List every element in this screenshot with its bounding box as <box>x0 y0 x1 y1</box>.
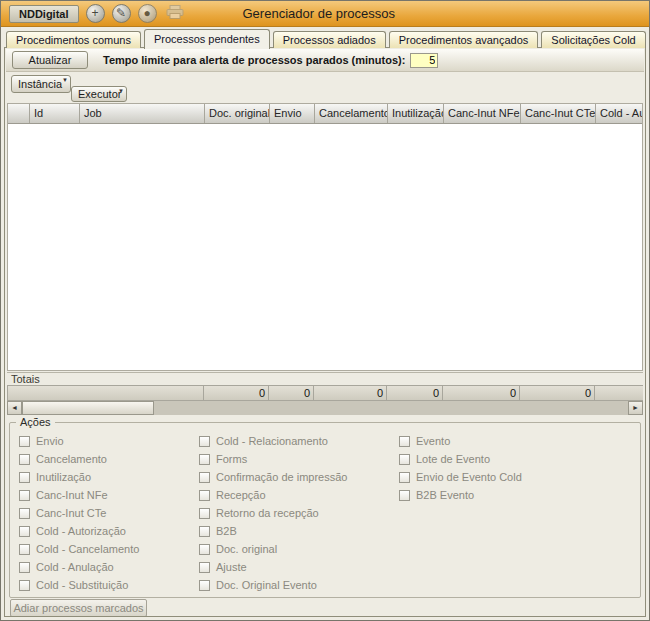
checkbox-box[interactable] <box>199 454 210 465</box>
column-header-cold-autorizacao[interactable]: Cold - Autori <box>596 104 643 123</box>
checkbox-box[interactable] <box>19 562 30 573</box>
checkbox-box[interactable] <box>199 562 210 573</box>
checkbox-doc-original-evento[interactable]: Doc. Original Evento <box>199 576 389 594</box>
checkbox-forms[interactable]: Forms <box>199 450 389 468</box>
scroll-left-button[interactable]: ◄ <box>7 401 22 415</box>
checkbox-box[interactable] <box>199 472 210 483</box>
checkbox-envio-evento-cold[interactable]: Envio de Evento Cold <box>399 468 589 486</box>
instancia-label: Instância <box>18 78 62 90</box>
column-header-cancelamento[interactable]: Cancelamento <box>315 104 388 123</box>
timeout-input[interactable] <box>410 53 438 68</box>
checkbox-cancelamento[interactable]: Cancelamento <box>19 450 209 468</box>
tab-processos-pendentes[interactable]: Processos pendentes <box>144 29 270 49</box>
tab-processos-adiados[interactable]: Processos adiados <box>273 31 386 48</box>
checkbox-canc-inut-nfe[interactable]: Canc-Inut NFe <box>19 486 209 504</box>
checkbox-box[interactable] <box>19 526 30 537</box>
scroll-thumb[interactable] <box>22 401 154 415</box>
actions-title: Ações <box>16 416 55 428</box>
checkbox-cold-relacionamento[interactable]: Cold - Relacionamento <box>199 432 389 450</box>
checkbox-box[interactable] <box>19 472 30 483</box>
checkbox-b2b[interactable]: B2B <box>199 522 389 540</box>
checkbox-box[interactable] <box>199 526 210 537</box>
content-panel: Atualizar Tempo limite para alerta de pr… <box>4 47 646 617</box>
adiar-processos-button[interactable]: Adiar processos marcados <box>10 599 147 617</box>
column-header-id[interactable]: Id <box>30 104 80 123</box>
totals-label: Totais <box>7 372 643 385</box>
checkbox-b2b-evento[interactable]: B2B Evento <box>399 486 589 504</box>
execute-icon[interactable]: ● <box>138 4 157 23</box>
checkbox-box[interactable] <box>19 544 30 555</box>
total-cell-inutilizacao: 0 <box>387 385 443 401</box>
checkbox-inutilizacao[interactable]: Inutilização <box>19 468 209 486</box>
checkbox-box[interactable] <box>399 472 410 483</box>
toolbar: Atualizar Tempo limite para alerta de pr… <box>6 49 644 72</box>
checkbox-box[interactable] <box>399 454 410 465</box>
checkbox-evento[interactable]: Evento <box>399 432 589 450</box>
grid-corner-cell <box>8 104 30 123</box>
checkbox-box[interactable] <box>199 508 210 519</box>
checkbox-box[interactable] <box>199 580 210 591</box>
checkbox-cold-autorizacao[interactable]: Cold - Autorização <box>19 522 209 540</box>
column-header-canc-inut-cte[interactable]: Canc-Inut CTe <box>521 104 596 123</box>
checkbox-doc-original[interactable]: Doc. original <box>199 540 389 558</box>
checkbox-canc-inut-cte[interactable]: Canc-Inut CTe <box>19 504 209 522</box>
total-cell-cancelamento: 0 <box>314 385 387 401</box>
checkbox-box[interactable] <box>19 508 30 519</box>
checkbox-ajuste[interactable]: Ajuste <box>199 558 389 576</box>
checkbox-box[interactable] <box>399 436 410 447</box>
actions-groupbox: Ações Envio Cancelamento Inutilização Ca… <box>9 422 641 598</box>
timeout-label: Tempo limite para alerta de processos pa… <box>103 54 405 66</box>
column-header-doc-original[interactable]: Doc. original <box>205 104 270 123</box>
actions-column-3: Evento Lote de Evento Envio de Evento Co… <box>399 432 589 504</box>
column-header-canc-inut-nfe[interactable]: Canc-Inut NFe <box>444 104 521 123</box>
total-cell-envio: 0 <box>269 385 314 401</box>
actions-column-1: Envio Cancelamento Inutilização Canc-Inu… <box>19 432 209 594</box>
checkbox-box[interactable] <box>199 544 210 555</box>
total-cell-canc-inut-cte: 0 <box>520 385 595 401</box>
checkbox-cold-substituicao[interactable]: Cold - Substituição <box>19 576 209 594</box>
total-cell-doc-original: 0 <box>204 385 269 401</box>
actions-column-2: Cold - Relacionamento Forms Confirmação … <box>199 432 389 594</box>
total-cell-canc-inut-nfe: 0 <box>443 385 520 401</box>
instancia-dropdown-button[interactable]: Instância ▼ <box>11 75 71 93</box>
tab-procedimentos-avancados[interactable]: Procedimentos avançados <box>389 31 539 48</box>
tab-strip: Procedimentos comuns Processos pendentes… <box>6 28 644 48</box>
total-cell-cold-autorizacao: 0 <box>595 385 643 401</box>
checkbox-box[interactable] <box>19 436 30 447</box>
edit-icon[interactable]: ✎ <box>112 4 131 23</box>
column-header-envio[interactable]: Envio <box>270 104 315 123</box>
executor-dropdown-button[interactable]: Executor ▼ <box>71 86 127 102</box>
checkbox-box[interactable] <box>19 580 30 591</box>
grid-header-row: Id Job Doc. original Envio Cancelamento … <box>8 104 642 124</box>
checkbox-recepcao[interactable]: Recepção <box>199 486 389 504</box>
tab-solicitacoes-cold[interactable]: Solicitações Cold <box>541 31 645 48</box>
print-icon[interactable] <box>166 5 184 23</box>
checkbox-envio[interactable]: Envio <box>19 432 209 450</box>
tab-procedimentos-comuns[interactable]: Procedimentos comuns <box>6 31 141 48</box>
checkbox-box[interactable] <box>19 490 30 501</box>
brand-button[interactable]: NDDigital <box>9 5 79 23</box>
checkbox-cold-cancelamento[interactable]: Cold - Cancelamento <box>19 540 209 558</box>
horizontal-scrollbar: ◄ ► <box>7 401 643 415</box>
column-header-inutilizacao[interactable]: Inutilização <box>388 104 444 123</box>
atualizar-button[interactable]: Atualizar <box>12 51 88 69</box>
checkbox-retorno-recepcao[interactable]: Retorno da recepção <box>199 504 389 522</box>
page-title: Gerenciador de processos <box>243 6 395 21</box>
executor-label: Executor <box>78 88 121 100</box>
checkbox-lote-de-evento[interactable]: Lote de Evento <box>399 450 589 468</box>
totals-row: 0 0 0 0 0 0 0 <box>7 385 643 401</box>
total-cell-spacer <box>7 385 204 401</box>
grid-body <box>8 124 642 370</box>
checkbox-box[interactable] <box>19 454 30 465</box>
checkbox-confirmacao-impressao[interactable]: Confirmação de impressão <box>199 468 389 486</box>
scroll-right-button[interactable]: ► <box>628 401 643 415</box>
chevron-down-icon: ▼ <box>62 77 68 83</box>
checkbox-box[interactable] <box>199 436 210 447</box>
process-grid: Id Job Doc. original Envio Cancelamento … <box>7 103 643 371</box>
checkbox-box[interactable] <box>199 490 210 501</box>
scroll-track[interactable] <box>154 401 628 415</box>
checkbox-box[interactable] <box>399 490 410 501</box>
add-icon[interactable]: + <box>86 4 105 23</box>
column-header-job[interactable]: Job <box>80 104 205 123</box>
checkbox-cold-anulacao[interactable]: Cold - Anulação <box>19 558 209 576</box>
